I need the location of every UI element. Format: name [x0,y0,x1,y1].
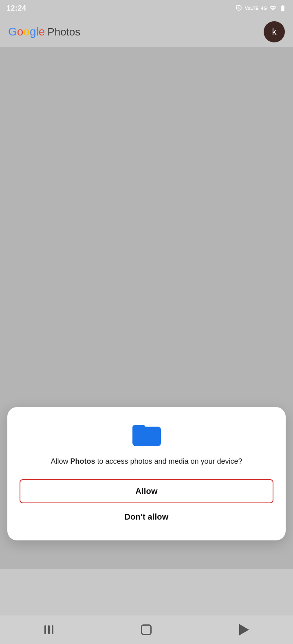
signal-icon [269,4,277,12]
back-icon [239,624,249,635]
volte-label: VoLTE [245,6,258,11]
screen: 12:24 VoLTE 4G Google Photos [0,0,293,644]
dialog-message: Allow Photos to access photos and media … [51,456,242,467]
dont-allow-button[interactable]: Don't allow [20,506,273,528]
back-nav-button[interactable] [232,622,256,638]
recents-nav-button[interactable] [37,622,61,638]
home-nav-button[interactable] [134,622,159,638]
alarm-icon [235,4,242,12]
home-icon [141,624,152,635]
google-photos-logo: Google Photos [8,25,80,38]
4g-label: 4G [261,6,267,11]
recents-icon [44,625,53,634]
dialog-text-part1: Allow [51,457,70,465]
svg-rect-1 [132,425,145,432]
allow-button[interactable]: Allow [20,479,273,503]
avatar[interactable]: k [264,21,285,42]
folder-icon [132,422,161,446]
navigation-bar [0,615,293,644]
status-time: 12:24 [7,4,26,13]
main-content: Allow Photos to access photos and media … [0,47,293,569]
battery-icon [279,4,286,12]
google-text: Google [8,25,45,38]
dialog-text-part2: to access photos and media on your devic… [95,457,242,465]
dialog-text-bold: Photos [70,457,95,465]
app-bar: Google Photos k [0,16,293,47]
status-bar: 12:24 VoLTE 4G [0,0,293,16]
dialog-icon [132,422,161,448]
permission-dialog: Allow Photos to access photos and media … [7,407,286,540]
photos-text: Photos [47,26,80,38]
status-icons: VoLTE 4G [235,4,286,12]
